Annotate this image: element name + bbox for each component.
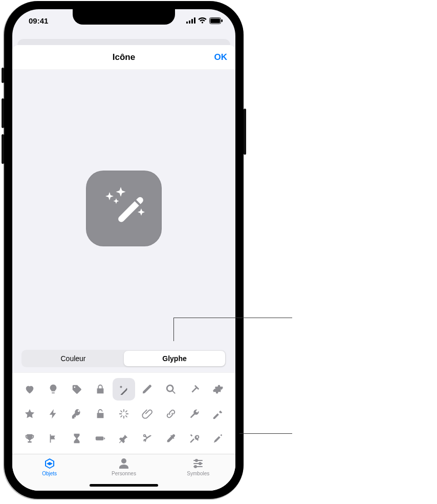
- segmented-control-container: Couleur Glyphe: [12, 347, 235, 372]
- glyph-lock[interactable]: [89, 378, 112, 401]
- glyph-lightbulb[interactable]: [42, 378, 64, 401]
- svg-line-15: [126, 416, 127, 417]
- svg-rect-3: [194, 17, 195, 24]
- glyph-unlock[interactable]: [89, 403, 112, 425]
- glyph-key[interactable]: [65, 403, 88, 425]
- volume-down-button: [2, 134, 4, 164]
- battery-icon: [209, 17, 223, 24]
- svg-rect-18: [96, 436, 104, 440]
- glyph-battery[interactable]: [89, 427, 112, 450]
- glyph-chain-link[interactable]: [160, 403, 182, 425]
- mute-switch: [2, 68, 4, 83]
- glyph-sparkle[interactable]: [113, 403, 135, 425]
- phone-frame: 09:41: [4, 1, 244, 499]
- glyph-paperclip[interactable]: [136, 403, 159, 425]
- tab-label: Objets: [42, 471, 57, 476]
- glyph-row: [16, 426, 231, 451]
- glyph-row: [16, 377, 231, 402]
- svg-rect-9: [120, 389, 127, 395]
- segment-color[interactable]: Couleur: [23, 351, 124, 366]
- svg-rect-7: [117, 196, 145, 223]
- status-right: [186, 17, 223, 24]
- svg-rect-19: [104, 437, 105, 439]
- glyph-magnifier[interactable]: [160, 378, 182, 401]
- glyph-screwdriver[interactable]: [207, 427, 229, 450]
- done-button[interactable]: OK: [214, 52, 228, 62]
- svg-point-25: [194, 466, 196, 468]
- volume-up-button: [2, 98, 4, 128]
- svg-point-23: [195, 459, 198, 461]
- glyph-grid: [12, 372, 235, 454]
- segmented-control: Couleur Glyphe: [21, 350, 226, 367]
- glyph-wrench[interactable]: [183, 403, 206, 425]
- cube-icon: [43, 457, 56, 470]
- glyph-heart[interactable]: [18, 378, 41, 401]
- svg-rect-6: [222, 19, 223, 22]
- glyph-pin[interactable]: [113, 427, 135, 450]
- home-indicator[interactable]: [90, 484, 158, 487]
- phone-screen: 09:41: [12, 9, 235, 491]
- callout-line: [173, 318, 292, 318]
- glyph-magic-wand[interactable]: [113, 378, 135, 401]
- tab-label: Symboles: [187, 471, 209, 476]
- segment-label: Couleur: [60, 354, 85, 363]
- glyph-gear[interactable]: [207, 378, 229, 401]
- glyph-tag[interactable]: [65, 378, 88, 401]
- glyph-bolt[interactable]: [42, 403, 64, 425]
- glyph-eyedropper[interactable]: [160, 427, 182, 450]
- icon-picker-sheet: Icône OK: [12, 45, 235, 491]
- segment-label: Glyphe: [162, 354, 186, 363]
- svg-rect-5: [210, 18, 220, 23]
- glyph-tools[interactable]: [183, 427, 206, 450]
- glyph-flag[interactable]: [42, 427, 64, 450]
- cellular-icon: [186, 17, 195, 24]
- glyph-pencil[interactable]: [136, 378, 159, 401]
- svg-line-16: [126, 411, 127, 412]
- tab-symbols[interactable]: Symboles: [170, 457, 226, 491]
- svg-rect-0: [186, 22, 188, 24]
- callout-line: [173, 318, 174, 341]
- icon-preview-area: [12, 70, 235, 347]
- icon-preview-tile: [86, 171, 162, 246]
- segment-glyph[interactable]: Glyphe: [124, 351, 225, 366]
- svg-point-24: [199, 463, 201, 465]
- nav-title: Icône: [113, 52, 135, 62]
- glyph-scissors[interactable]: [136, 427, 159, 450]
- notch: [73, 9, 175, 25]
- status-time: 09:41: [29, 16, 48, 25]
- callout-line: [239, 433, 292, 434]
- svg-rect-1: [189, 20, 190, 24]
- svg-line-14: [121, 411, 122, 412]
- sliders-icon: [191, 457, 205, 470]
- wifi-icon: [198, 17, 207, 24]
- glyph-star[interactable]: [18, 403, 41, 425]
- tab-objects[interactable]: Objets: [21, 457, 78, 491]
- nav-bar: Icône OK: [12, 45, 235, 70]
- glyph-hourglass[interactable]: [65, 427, 88, 450]
- svg-rect-2: [191, 19, 193, 24]
- glyph-row: [16, 402, 231, 426]
- person-icon: [117, 457, 130, 470]
- glyph-trophy[interactable]: [18, 427, 41, 450]
- power-button: [244, 109, 246, 155]
- glyph-hammer-angled[interactable]: [183, 378, 206, 401]
- svg-line-17: [121, 416, 122, 417]
- magic-wand-icon: [98, 183, 149, 234]
- glyph-hammer[interactable]: [207, 403, 229, 425]
- tab-label: Personnes: [112, 471, 136, 476]
